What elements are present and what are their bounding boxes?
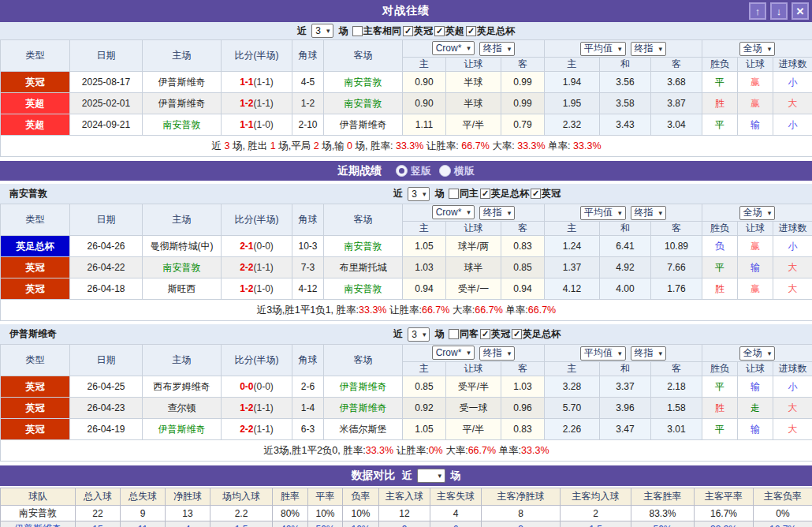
odds-home: 0.94 (403, 278, 446, 300)
checked-checkbox[interactable]: ✓ (466, 26, 476, 36)
checked-checkbox[interactable]: ✓ (403, 26, 413, 36)
summary-segment: 0% (429, 445, 443, 456)
unchecked-checkbox[interactable] (352, 26, 363, 36)
near-games-select-value: 3 (315, 25, 321, 36)
compare-value: 8 (482, 506, 561, 521)
fulltime-select[interactable]: 全场▾ (739, 346, 776, 361)
subcolumn-header: 胜负 (702, 362, 738, 376)
filter-checkbox-label: 英冠 (491, 327, 510, 341)
unchecked-checkbox[interactable] (449, 329, 459, 339)
avg-stage-select[interactable]: 终指▾ (631, 346, 667, 361)
odds-stage-select-value: 终指 (483, 206, 502, 219)
team-table-container: 类型日期主场比分(半场)角球客场Crow*▾终指▾平均值▾终指▾全场▾主让球客主… (0, 204, 812, 321)
filter-option: 主客相同 (352, 24, 401, 38)
avg-stage-select[interactable]: 终指▾ (631, 206, 667, 220)
odds-provider-select[interactable]: Crow*▾ (432, 205, 475, 219)
fulltime-select[interactable]: 全场▾ (739, 206, 776, 220)
move-down-button[interactable]: ↓ (770, 2, 788, 20)
match-table: 类型日期主场比分(半场)角球客场Crow*▾终指▾平均值▾终指▾全场▾主让球客主… (0, 204, 812, 321)
window-buttons: ↑ ↓ ✕ (749, 2, 809, 20)
compare-column-header: 胜率 (273, 488, 308, 506)
result-handicap: 赢 (738, 93, 773, 114)
avg-draw: 4.00 (600, 278, 651, 300)
compare-games-select[interactable]: 10▾ (417, 469, 445, 483)
compare-value: 1.5 (561, 521, 631, 527)
near-games-select[interactable]: 3▾ (311, 24, 333, 38)
filter-option: ✓英冠 (531, 187, 561, 200)
match-table: 类型日期主场比分(半场)角球客场Crow*▾终指▾平均值▾终指▾全场▾主让球客主… (0, 39, 812, 157)
avg-draw: 6.41 (600, 236, 651, 257)
compare-column-header: 主客平率 (695, 488, 754, 506)
subcolumn-header: 让球 (446, 222, 501, 236)
score-cell: 1-1(1-1) (222, 72, 292, 93)
view-radio-horizontal[interactable] (439, 165, 451, 177)
score-cell: 1-2(1-1) (222, 93, 292, 114)
avg-home: 1.37 (545, 257, 600, 278)
result-outcome: 平 (702, 419, 738, 440)
avg-away: 3.01 (651, 419, 702, 440)
team-filter-bar: 伊普斯维奇近 3▾ 场 同客✓英冠✓英足总杯 (0, 324, 812, 344)
unchecked-checkbox[interactable] (449, 189, 459, 199)
result-handicap: 走 (738, 398, 773, 419)
compare-column-header: 主客负率 (754, 488, 812, 506)
result-handicap: 输 (738, 376, 773, 398)
avg-provider-select[interactable]: 平均值▾ (580, 206, 626, 220)
compare-value: 10% (343, 521, 379, 527)
team-filter-controls: 近 3▾ 场 同客✓英冠✓英足总杯 (393, 327, 561, 342)
chevron-down-icon: ▾ (768, 45, 772, 53)
filter-checkbox-label: 同主 (460, 187, 479, 200)
column-header: 日期 (70, 345, 143, 376)
odds-stage-select[interactable]: 终指▾ (479, 346, 516, 361)
away-team: 伊普斯维奇 (324, 114, 403, 136)
fulltime-select[interactable]: 全场▾ (739, 42, 776, 56)
view-radio-vertical[interactable] (396, 165, 408, 177)
checked-checkbox[interactable]: ✓ (512, 329, 522, 339)
odds-handicap: 平/半 (446, 114, 501, 136)
checked-checkbox[interactable]: ✓ (434, 26, 445, 36)
compare-filter-controls: 近 10▾ 场 (401, 469, 460, 483)
result-outcome: 平 (702, 257, 738, 278)
close-button[interactable]: ✕ (792, 2, 809, 20)
checked-checkbox[interactable]: ✓ (480, 329, 490, 339)
result-handicap: 输 (738, 419, 773, 440)
odds-stage-select[interactable]: 终指▾ (479, 206, 516, 220)
radio-dot (399, 168, 404, 174)
avg-provider-select-value: 平均值 (584, 42, 613, 55)
halftime-score: (1-0) (254, 119, 274, 130)
away-team: 米德尔斯堡 (324, 419, 403, 440)
avg-draw: 3.58 (600, 93, 651, 114)
odds-provider-select[interactable]: Crow*▾ (432, 41, 475, 55)
move-up-button[interactable]: ↑ (749, 2, 766, 20)
subcolumn-header: 主 (545, 222, 600, 236)
avg-stage-select-value: 终指 (635, 346, 654, 360)
near-games-select[interactable]: 3▾ (408, 327, 430, 342)
compare-column-header: 球队 (1, 488, 76, 506)
filter-option: ✓英足总杯 (466, 24, 515, 38)
avg-provider-select[interactable]: 平均值▾ (580, 346, 626, 361)
avg-draw: 3.37 (600, 376, 651, 398)
checked-checkbox[interactable]: ✓ (480, 189, 490, 199)
near-games-select[interactable]: 3▾ (408, 187, 430, 201)
compare-value: 2.2 (210, 506, 273, 521)
chevron-down-icon: ▾ (618, 45, 622, 53)
subcolumn-header: 和 (600, 58, 651, 72)
compare-column-header: 主客入球 (379, 488, 430, 506)
corners: 2-6 (292, 376, 324, 398)
odds-group-header: Crow*▾终指▾ (403, 204, 545, 222)
checked-checkbox[interactable]: ✓ (531, 189, 541, 199)
compare-value: 80% (273, 506, 308, 521)
filter-checkbox-label: 英足总杯 (477, 24, 515, 38)
compare-value: 6 (430, 521, 482, 527)
odds-stage-select[interactable]: 终指▾ (479, 42, 516, 56)
filter-prefix-label: 近 (393, 187, 405, 200)
avg-stage-select-value: 终指 (635, 42, 654, 55)
odds-group-header: Crow*▾终指▾ (403, 345, 545, 362)
odds-provider-select[interactable]: Crow*▾ (432, 346, 475, 360)
avg-stage-select[interactable]: 终指▾ (631, 42, 667, 56)
avg-provider-select[interactable]: 平均值▾ (580, 42, 626, 56)
result-goals: 小 (773, 236, 812, 257)
compare-value: 4 (430, 506, 482, 521)
avg-away: 1.58 (651, 398, 702, 419)
team-table-container: 类型日期主场比分(半场)角球客场Crow*▾终指▾平均值▾终指▾全场▾主让球客主… (0, 344, 812, 462)
chevron-down-icon: ▾ (659, 45, 663, 53)
